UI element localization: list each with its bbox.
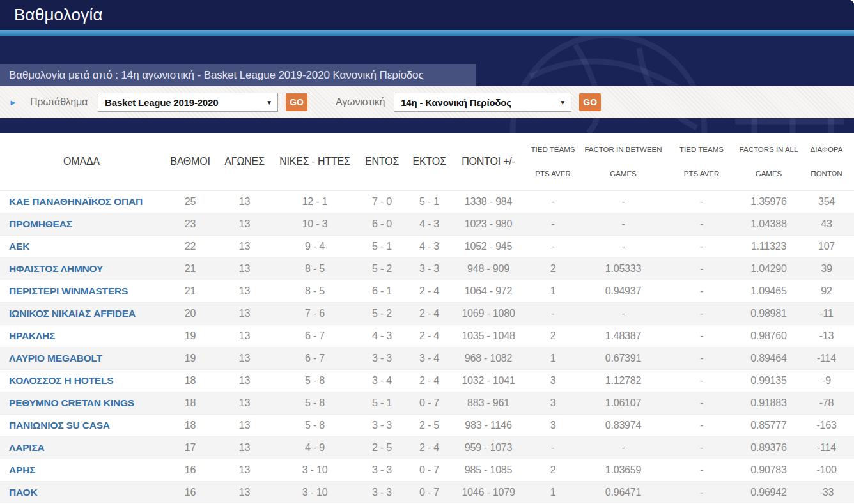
stat-cell: 5 - 8 (272, 414, 358, 436)
stat-cell: 0.94937 (582, 280, 665, 302)
standings-subtitle-bar: Βαθμολογία μετά από : 14η αγωνιστική - B… (0, 64, 476, 86)
team-name-link[interactable]: ΙΩΝΙΚΟΣ ΝΙΚΑΙΑΣ AFFIDEA (0, 302, 163, 325)
table-row: ΠΕΡΙΣΤΕΡΙ WINMASTERS21138 - 56 - 12 - 41… (0, 280, 854, 302)
column-header-6: ΠΟΝΤΟΙ +/- (453, 133, 524, 190)
stat-cell: 7 - 6 (272, 302, 358, 325)
team-name-link[interactable]: ΚΑΕ ΠΑΝΑΘΗΝΑΪΚΟΣ ΟΠΑΠ (0, 190, 163, 213)
stat-cell: 2 - 4 (406, 436, 453, 459)
stat-cell: 6 - 7 (272, 347, 358, 369)
stat-cell: 1 (524, 280, 582, 302)
team-name-link[interactable]: ΑΡΗΣ (0, 459, 163, 481)
team-name-link[interactable]: ΑΕΚ (0, 235, 163, 257)
stat-cell: 0 - 7 (406, 481, 453, 503)
stat-cell: 883 - 961 (453, 392, 524, 414)
stat-cell: - (665, 302, 738, 325)
stat-cell: 18 (163, 369, 217, 392)
team-name-link[interactable]: ΛΑΡΙΣΑ (0, 436, 163, 459)
stat-cell: 3 - 10 (272, 481, 358, 503)
team-name-link[interactable]: ΗΡΑΚΛΗΣ (0, 325, 163, 347)
stat-cell: 22 (163, 235, 217, 257)
column-header-4: ΕΝΤΟΣ (358, 133, 406, 190)
stat-cell: 1.11323 (738, 235, 799, 257)
stat-cell: 6 - 1 (358, 280, 406, 302)
stat-cell: 2 - 4 (406, 280, 453, 302)
stat-cell: 1.48387 (582, 325, 665, 347)
stat-cell: 0.91883 (738, 392, 799, 414)
stat-cell: 3 (524, 414, 582, 436)
stat-cell: 9 - 4 (272, 235, 358, 257)
stat-cell: 0.89376 (738, 436, 799, 459)
stat-cell: - (665, 436, 738, 459)
stat-cell: 13 (217, 257, 272, 280)
round-select[interactable]: 14η - Κανονική Περίοδος ▼ (394, 93, 571, 112)
column-header-8: FACTOR IN BETWEENGAMES (582, 133, 665, 190)
stat-cell: - (524, 190, 582, 213)
stat-cell: - (665, 257, 738, 280)
team-name-link[interactable]: ΚΟΛΟΣΣΟΣ Η HOTELS (0, 369, 163, 392)
stat-cell: - (582, 302, 665, 325)
team-name-link[interactable]: ΠΕΡΙΣΤΕΡΙ WINMASTERS (0, 280, 163, 302)
stat-cell: - (665, 414, 738, 436)
stat-cell: 1 (524, 347, 582, 369)
stat-cell: - (665, 392, 738, 414)
team-name-link[interactable]: ΠΑΝΙΩΝΙΟΣ SU CASA (0, 414, 163, 436)
header-band (0, 36, 854, 64)
stat-cell: 5 - 8 (272, 369, 358, 392)
header-row: ΟΜΑΔΑΒΑΘΜΟΙΑΓΩΝΕΣΝΙΚΕΣ - ΗΤΤΕΣΕΝΤΟΣΕΚΤΟΣ… (0, 133, 854, 190)
stat-cell: 3 - 4 (406, 347, 453, 369)
stat-cell: 20 (163, 302, 217, 325)
team-name-link[interactable]: ΠΑΟΚ (0, 481, 163, 503)
stat-cell: 19 (163, 347, 217, 369)
championship-select[interactable]: Basket League 2019-2020 ▼ (98, 93, 278, 112)
stat-cell: - (582, 436, 665, 459)
stat-cell: - (665, 347, 738, 369)
stat-cell: 13 (217, 325, 272, 347)
stat-cell: 5 - 1 (406, 190, 453, 213)
chevron-down-icon: ▼ (266, 99, 272, 106)
stat-cell: 10 - 3 (272, 213, 358, 235)
team-name-link[interactable]: ΡΕΘΥΜΝΟ CRETAN KINGS (0, 392, 163, 414)
stat-cell: - (665, 459, 738, 481)
stat-cell: 1064 - 972 (453, 280, 524, 302)
stat-cell: 2 - 4 (406, 302, 453, 325)
stat-cell: 5 - 1 (358, 235, 406, 257)
championship-go-button[interactable]: GO (286, 93, 307, 111)
stat-cell: 1035 - 1048 (453, 325, 524, 347)
stat-cell: -13 (799, 325, 854, 347)
stat-cell: 1338 - 984 (453, 190, 524, 213)
stat-cell: -114 (799, 347, 854, 369)
stat-cell: 8 - 5 (272, 280, 358, 302)
stat-cell: 13 (217, 369, 272, 392)
team-name-link[interactable]: ΠΡΟΜΗΘΕΑΣ (0, 213, 163, 235)
stat-cell: 13 (217, 414, 272, 436)
stat-cell: 13 (217, 459, 272, 481)
stat-cell: 1032 - 1041 (453, 369, 524, 392)
stat-cell: 2 (524, 459, 582, 481)
column-header-5: ΕΚΤΟΣ (406, 133, 453, 190)
team-name-link[interactable]: ΛΑΥΡΙΟ MEGABOLT (0, 347, 163, 369)
round-go-button[interactable]: GO (579, 93, 601, 111)
table-row: ΚΑΕ ΠΑΝΑΘΗΝΑΪΚΟΣ ΟΠΑΠ251312 - 17 - 05 - … (0, 190, 854, 213)
stat-cell: 354 (799, 190, 854, 213)
column-header-11: ΔΙΑΦΟΡΑΠΟΝΤΩΝ (799, 133, 854, 190)
stat-cell: 1.12782 (582, 369, 665, 392)
stat-cell: 13 (217, 213, 272, 235)
stat-cell: -100 (799, 459, 854, 481)
stat-cell: 16 (163, 481, 217, 503)
stat-cell: 18 (163, 414, 217, 436)
stat-cell: 107 (799, 235, 854, 257)
stat-cell: 6 - 7 (272, 325, 358, 347)
stat-cell: 0.85777 (738, 414, 799, 436)
stat-cell: 948 - 909 (453, 257, 524, 280)
stat-cell: 12 - 1 (272, 190, 358, 213)
stat-cell: -11 (799, 302, 854, 325)
championship-select-value: Basket League 2019-2020 (105, 97, 262, 108)
stat-cell: 0.67391 (582, 347, 665, 369)
header-accent-line (0, 30, 854, 36)
stat-cell: 13 (217, 436, 272, 459)
stat-cell: 3 (524, 392, 582, 414)
stat-cell: 1.04290 (738, 257, 799, 280)
stat-cell: - (582, 235, 665, 257)
stat-cell: 13 (217, 280, 272, 302)
team-name-link[interactable]: ΗΦΑΙΣΤΟΣ ΛΗΜΝΟΥ (0, 257, 163, 280)
